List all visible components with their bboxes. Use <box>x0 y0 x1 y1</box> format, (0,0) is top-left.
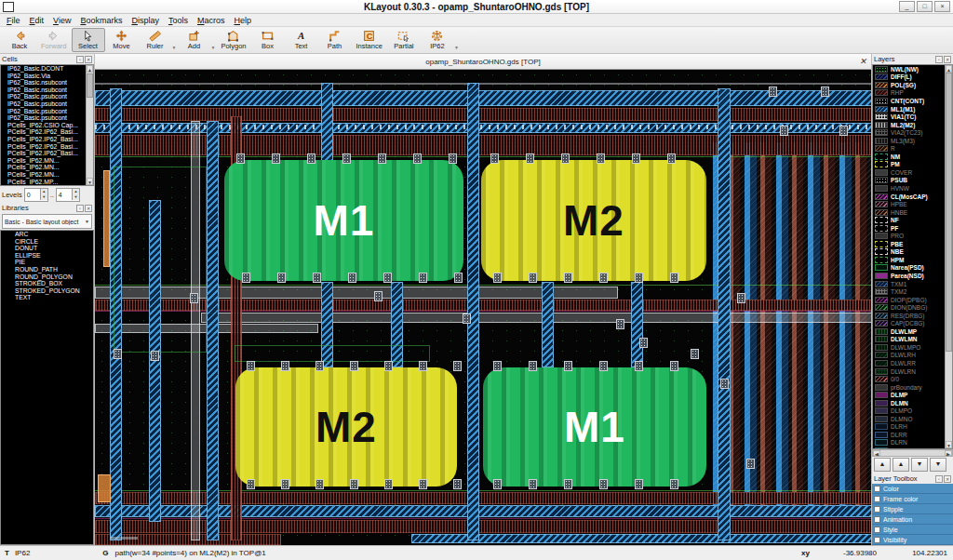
layers-close-icon[interactable]: ✕ <box>944 56 951 63</box>
cell-item[interactable]: IP62_Basic.psubcont <box>1 100 93 108</box>
layer-swatch[interactable] <box>875 360 888 367</box>
layer-swatch[interactable] <box>875 384 888 391</box>
layers-scrollbar[interactable]: ▲ ▼ <box>945 65 952 448</box>
libraries-close-icon[interactable]: ✕ <box>85 205 92 212</box>
cell-item[interactable]: PCells_IP62.MP... <box>1 179 93 186</box>
scroll-left-icon[interactable]: ◀ <box>873 450 880 456</box>
library-item[interactable]: DONUT <box>1 245 93 252</box>
layer-swatch[interactable] <box>875 233 888 239</box>
menu-bookmarks[interactable]: Bookmarks <box>75 16 127 25</box>
layer-row[interactable]: HVNW <box>873 184 952 193</box>
layer-row[interactable]: PRO <box>873 232 952 240</box>
cells-detach-icon[interactable]: ▫ <box>76 56 84 63</box>
select-button[interactable]: Select <box>72 28 105 52</box>
library-item[interactable]: ELLIPSE <box>1 252 93 260</box>
layer-swatch[interactable] <box>875 241 888 247</box>
levels-to-spinner[interactable]: 4 ▲▼ <box>56 188 80 202</box>
expander-checkbox[interactable] <box>874 496 880 502</box>
toolbox-animation[interactable]: Animation <box>872 514 953 525</box>
device-block-m2-2[interactable]: M2 <box>235 367 457 487</box>
layer-row[interactable]: PM <box>873 161 952 169</box>
layer-swatch[interactable] <box>875 416 888 422</box>
box-button[interactable]: Box <box>251 28 285 52</box>
library-item[interactable]: ROUND_PATH <box>1 266 93 273</box>
layer-swatch[interactable] <box>875 113 888 120</box>
layer-row[interactable]: DION(DNBG) <box>873 303 952 312</box>
layer-swatch[interactable] <box>875 161 888 167</box>
cell-item[interactable]: PCells_IP62.IP62_Basi... <box>1 136 93 143</box>
layer-swatch[interactable] <box>875 209 888 216</box>
cell-item[interactable]: PCells_IP62.CSIO Cap... <box>1 122 93 129</box>
move-layer-bottom-button[interactable]: ▼ <box>930 458 946 472</box>
layer-swatch[interactable] <box>875 352 888 358</box>
back-button[interactable]: Back <box>3 28 36 52</box>
layer-row[interactable]: NF <box>873 216 952 224</box>
cell-item[interactable]: IP62_Basic.psubcont <box>1 108 93 115</box>
library-item[interactable]: CIRCLE <box>1 238 93 246</box>
layer-row[interactable]: NM <box>873 153 952 161</box>
layer-row[interactable]: DLWLMPO <box>873 343 952 352</box>
layer-row[interactable]: ML2(M2) <box>873 121 952 129</box>
cell-item[interactable]: PCells_IP62.MN... <box>1 171 93 179</box>
layer-swatch[interactable] <box>875 225 888 232</box>
layer-row[interactable]: POL(SG) <box>873 81 952 89</box>
layer-row[interactable]: DLRH <box>873 423 952 432</box>
layer-row[interactable]: VIA1(TC) <box>873 113 952 121</box>
menu-display[interactable]: Display <box>127 16 164 25</box>
layout-canvas[interactable]: M1M2M2M1 <box>95 70 871 545</box>
layer-row[interactable]: CNT(CONT) <box>873 97 952 105</box>
dropdown-arrow-icon[interactable]: ▼ <box>172 45 177 50</box>
layer-row[interactable]: DLMPO <box>873 407 952 416</box>
expander-checkbox[interactable] <box>874 506 880 513</box>
layer-row[interactable]: DLRN <box>873 439 952 447</box>
layer-row[interactable]: Narea(PSD) <box>873 264 952 273</box>
layer-row[interactable]: CAP(DCBG) <box>873 320 952 328</box>
layer-row[interactable]: RHP <box>873 89 952 98</box>
layer-row[interactable]: HPBE <box>873 200 952 208</box>
layer-swatch[interactable] <box>875 392 888 398</box>
library-item[interactable]: PIE <box>1 259 93 266</box>
layer-row[interactable]: ML3(M3) <box>873 137 952 145</box>
cells-close-icon[interactable]: ✕ <box>85 56 92 63</box>
layer-row[interactable]: TXM1 <box>873 280 952 288</box>
layer-swatch[interactable] <box>875 368 888 375</box>
scroll-right-icon[interactable]: ▶ <box>945 450 952 456</box>
layer-row[interactable]: ML1(M1) <box>873 105 952 113</box>
expander-checkbox[interactable] <box>874 516 880 523</box>
layer-swatch[interactable] <box>875 264 888 271</box>
layer-row[interactable]: PF <box>873 224 952 233</box>
layer-swatch[interactable] <box>875 288 888 295</box>
layer-swatch[interactable] <box>875 201 888 207</box>
library-item[interactable]: STROKED_BOX <box>1 280 93 287</box>
layer-swatch[interactable] <box>875 177 888 183</box>
layer-swatch[interactable] <box>875 122 888 128</box>
text-button[interactable]: AText <box>285 28 318 52</box>
layer-swatch[interactable] <box>875 313 888 319</box>
menu-macros[interactable]: Macros <box>193 16 230 25</box>
layer-row[interactable]: DLMN <box>873 399 952 407</box>
layer-swatch[interactable] <box>875 129 888 136</box>
move-button[interactable]: Move <box>105 28 139 52</box>
layer-swatch[interactable] <box>875 98 888 104</box>
cell-item[interactable]: IP62_Basic.psubcont <box>1 93 93 100</box>
forward-button[interactable]: Forward <box>36 28 72 52</box>
polygon-button[interactable]: Polygon <box>216 28 250 52</box>
library-item[interactable]: ARC <box>1 231 93 238</box>
library-item[interactable]: STROKED_POLYGON <box>1 287 93 295</box>
layer-swatch[interactable] <box>875 297 888 303</box>
layer-row[interactable]: DLMNO <box>873 415 952 423</box>
device-block-m2-1[interactable]: M2 <box>481 160 706 281</box>
cell-item[interactable]: IP62_Basic.nsubcont <box>1 79 93 87</box>
spin-down-icon[interactable]: ▼ <box>41 194 47 200</box>
layer-row[interactable]: NBE <box>873 248 952 257</box>
layer-swatch[interactable] <box>875 145 888 152</box>
layer-swatch[interactable] <box>875 248 888 255</box>
tab-close-icon[interactable]: ✕ <box>859 57 871 66</box>
layer-swatch[interactable] <box>875 439 888 446</box>
layer-swatch[interactable] <box>875 447 888 449</box>
expander-checkbox[interactable] <box>874 537 880 543</box>
layers-detach-icon[interactable]: ▫ <box>935 56 943 63</box>
layer-row[interactable]: PBE <box>873 240 952 248</box>
menu-file[interactable]: File <box>2 16 25 25</box>
layer-row[interactable]: DLWLRH <box>873 352 952 360</box>
